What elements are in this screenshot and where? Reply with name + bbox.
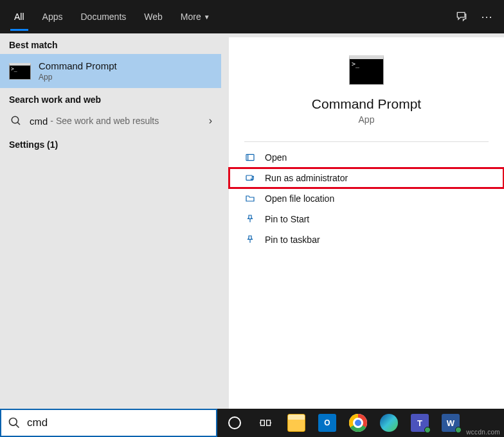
- cortana-icon: [228, 416, 241, 429]
- taskbar: O T W wccdn.com: [217, 409, 504, 437]
- taskbar-edge[interactable]: [375, 411, 402, 434]
- taskbar-word[interactable]: W: [437, 411, 464, 434]
- web-search-hint: - See work and web results: [50, 116, 159, 126]
- task-view-icon: [259, 416, 272, 429]
- action-pin-to-start[interactable]: Pin to Start: [229, 209, 504, 229]
- tab-apps[interactable]: Apps: [33, 3, 72, 31]
- settings-heading[interactable]: Settings (1): [0, 133, 221, 154]
- action-pin-start-label: Pin to Start: [265, 214, 309, 224]
- svg-rect-7: [267, 420, 271, 425]
- results-list: Best match Command Prompt App Search wor…: [0, 33, 221, 409]
- open-icon: [244, 152, 256, 163]
- admin-shield-icon: [244, 173, 256, 183]
- pin-icon: [244, 214, 256, 224]
- pin-icon: [244, 235, 256, 245]
- chevron-down-icon: ▼: [204, 13, 210, 21]
- action-open-location-label: Open file location: [265, 193, 334, 204]
- action-open-file-location[interactable]: Open file location: [229, 188, 504, 209]
- action-open[interactable]: Open: [229, 147, 504, 168]
- tab-web[interactable]: Web: [135, 3, 172, 31]
- search-icon: [8, 416, 21, 429]
- more-options-icon[interactable]: ⋯: [474, 10, 499, 24]
- taskbar-outlook[interactable]: O: [314, 411, 341, 434]
- svg-rect-2: [246, 154, 254, 160]
- status-badge: [455, 427, 462, 433]
- chrome-icon: [349, 414, 367, 432]
- preview-title: Command Prompt: [229, 94, 504, 114]
- best-match-heading: Best match: [0, 33, 221, 54]
- preview-type: App: [229, 114, 504, 136]
- result-type: App: [39, 73, 117, 82]
- tab-all[interactable]: All: [5, 3, 33, 31]
- divider: [244, 141, 489, 142]
- svg-point-4: [10, 418, 17, 426]
- task-view-button[interactable]: [252, 411, 279, 434]
- result-title: Command Prompt: [39, 60, 117, 71]
- file-explorer-icon: [287, 414, 305, 432]
- chevron-right-icon: ›: [209, 115, 212, 127]
- web-search-term: cmd: [30, 116, 48, 127]
- taskbar-chrome[interactable]: [345, 411, 372, 434]
- search-results-area: Best match Command Prompt App Search wor…: [0, 33, 504, 409]
- action-run-admin-label: Run as administrator: [265, 173, 348, 183]
- svg-line-5: [16, 425, 19, 428]
- web-search-suggestion[interactable]: cmd - See work and web results ›: [0, 109, 221, 133]
- tab-documents[interactable]: Documents: [71, 3, 135, 31]
- feedback-icon[interactable]: [449, 10, 474, 23]
- taskbar-file-explorer[interactable]: [283, 411, 310, 434]
- status-badge: [424, 427, 431, 433]
- watermark-text: wccdn.com: [466, 429, 500, 436]
- bottom-bar: O T W wccdn.com: [0, 409, 504, 437]
- taskbar-teams[interactable]: T: [406, 411, 433, 434]
- svg-rect-6: [261, 420, 265, 425]
- action-pin-taskbar-label: Pin to taskbar: [265, 235, 320, 245]
- outlook-icon: O: [318, 414, 336, 432]
- search-input[interactable]: [27, 416, 210, 429]
- search-web-heading: Search work and web: [0, 88, 221, 109]
- search-filter-tabs: All Apps Documents Web More ▼ ⋯: [0, 0, 504, 33]
- tab-more[interactable]: More ▼: [172, 3, 219, 31]
- action-pin-to-taskbar[interactable]: Pin to taskbar: [229, 229, 504, 250]
- preview-app-icon: [349, 55, 384, 85]
- tab-more-label: More: [181, 12, 201, 22]
- command-prompt-icon: [9, 63, 31, 80]
- svg-point-0: [12, 116, 19, 123]
- cortana-button[interactable]: [221, 411, 248, 434]
- preview-pane: Command Prompt App Open Run as administr…: [229, 37, 504, 409]
- folder-icon: [244, 193, 256, 204]
- action-open-label: Open: [265, 152, 287, 163]
- edge-icon: [380, 414, 398, 432]
- action-run-as-administrator[interactable]: Run as administrator: [229, 168, 504, 188]
- result-command-prompt[interactable]: Command Prompt App: [0, 54, 221, 88]
- svg-line-1: [17, 122, 20, 125]
- search-box[interactable]: [0, 409, 217, 437]
- search-icon: [9, 115, 23, 127]
